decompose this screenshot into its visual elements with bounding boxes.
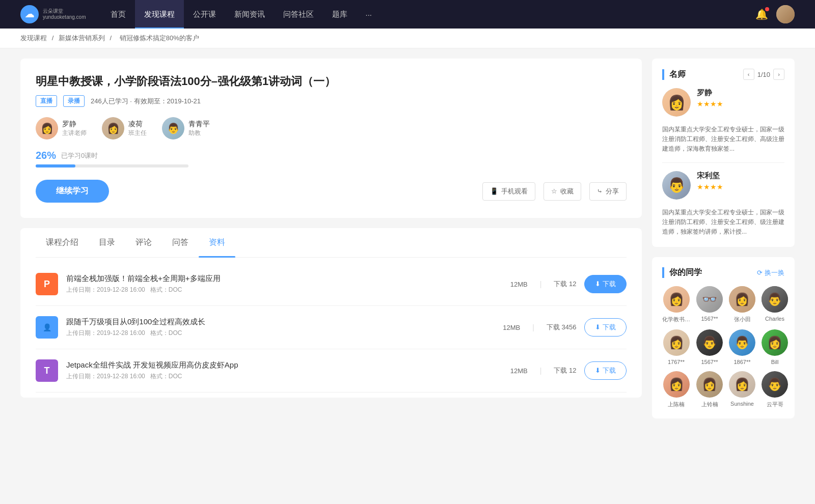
resource-info-3: Jetpack全组件实战 开发短视频应用高仿皮皮虾App 上传日期：2019-1…: [66, 360, 502, 381]
sep-2: |: [532, 323, 534, 331]
resource-downloads-2: 下载 3456: [547, 323, 577, 332]
tab-qa[interactable]: 问答: [162, 228, 199, 257]
tabs-section: 课程介绍 目录 评论 问答 资料 P 前端全栈加强版！前端全栈+全周期+多端应用…: [20, 228, 642, 398]
nav-home[interactable]: 首页: [101, 0, 135, 29]
resource-downloads-1: 下载 12: [554, 279, 576, 289]
sidebar-teacher-1-avatar: 👩: [662, 88, 691, 117]
page-next-btn[interactable]: ›: [773, 69, 784, 80]
classmate-7-avatar[interactable]: 👨: [729, 329, 755, 356]
nav-discover[interactable]: 发现课程: [135, 0, 184, 29]
nav-news[interactable]: 新闻资讯: [225, 0, 274, 29]
download-button-2[interactable]: ⬇ 下载: [584, 318, 627, 337]
classmate-4-avatar[interactable]: 👨: [762, 286, 788, 313]
user-avatar-header[interactable]: [776, 5, 795, 23]
sidebar-teacher-2-stars: ★★★★: [697, 183, 784, 191]
classmates-title: 你的同学: [662, 267, 702, 278]
sidebar-teacher-1-info: 罗静 ★★★★: [697, 88, 784, 117]
resource-info-2: 跟随千万级项目从0到100全过程高效成长 上传日期：2019-12-28 16:…: [66, 317, 495, 338]
logo-text: 云朵课堂 yunduoketang.com: [43, 8, 86, 20]
progress-section: 26% 已学习0课时: [36, 150, 627, 167]
tab-catalog[interactable]: 目录: [89, 228, 125, 257]
teacher-1: 👩 罗静 主讲老师: [36, 117, 87, 139]
tab-intro[interactable]: 课程介绍: [36, 228, 89, 257]
breadcrumb-series[interactable]: 新媒体营销系列: [59, 34, 105, 42]
classmate-6-name: 1567**: [701, 359, 718, 365]
resource-meta-3: 上传日期：2019-12-28 16:00 格式：DOC: [66, 372, 502, 381]
teachers-card-title: 名师: [662, 69, 686, 80]
bell-icon[interactable]: 🔔: [755, 8, 768, 20]
resource-name-1: 前端全栈加强版！前端全栈+全周期+多端应用: [66, 274, 502, 284]
collect-button[interactable]: ☆ 收藏: [544, 182, 581, 201]
star-icon: ☆: [551, 187, 557, 195]
tab-content: P 前端全栈加强版！前端全栈+全周期+多端应用 上传日期：2019-12-28 …: [36, 258, 627, 398]
mobile-view-button[interactable]: 📱 手机观看: [482, 182, 535, 201]
sidebar-teacher-2-name: 宋利坚: [697, 171, 784, 181]
resource-icon-1: P: [36, 273, 58, 295]
classmate-1-avatar[interactable]: 👩: [663, 286, 690, 313]
classmates-grid: 👩 化学教书… 👓 1567** 👩 张小田: [662, 286, 784, 408]
sep-1: |: [540, 280, 542, 288]
resource-item-1: P 前端全栈加强版！前端全栈+全周期+多端应用 上传日期：2019-12-28 …: [36, 263, 627, 306]
resource-list: P 前端全栈加强版！前端全栈+全周期+多端应用 上传日期：2019-12-28 …: [36, 263, 627, 393]
classmate-2-name: 1567**: [701, 316, 718, 322]
classmate-11-name: Sunshine: [730, 401, 754, 407]
resource-size-3: 12MB: [510, 367, 528, 375]
badge-replay: 录播: [63, 95, 85, 107]
teacher-2-info: 凌荷 班主任: [128, 120, 147, 137]
classmate-8-avatar[interactable]: 👩: [762, 329, 788, 356]
classmate-12-avatar[interactable]: 👨: [762, 371, 788, 398]
sidebar: 名师 ‹ 1/10 › 👩 罗静 ★★★★ 国内某重点大学安全工程专业硕士，国家…: [652, 59, 795, 429]
classmates-card: 你的同学 ⟳ 换一换 👩 化学教书… 👓 1567**: [652, 257, 795, 418]
logo-icon: ☁: [20, 5, 39, 23]
resource-name-3: Jetpack全组件实战 开发短视频应用高仿皮皮虾App: [66, 360, 502, 370]
sidebar-teacher-1-desc: 国内某重点大学安全工程专业硕士，国家一级注册消防工程师、注册安全工程师、高级注册…: [662, 125, 784, 154]
classmates-header: 你的同学 ⟳ 换一换: [662, 267, 784, 278]
divider-1: [662, 162, 784, 163]
continue-learning-button[interactable]: 继续学习: [36, 180, 109, 203]
classmate-10: 👩 上铃楠: [696, 371, 723, 408]
nav-exam[interactable]: 题库: [323, 0, 357, 29]
tab-resource[interactable]: 资料: [199, 228, 235, 257]
classmate-6-avatar[interactable]: 👨: [696, 329, 723, 356]
header-right: 🔔: [755, 5, 795, 23]
nav-public[interactable]: 公开课: [184, 0, 225, 29]
download-button-3[interactable]: ⬇ 下载: [584, 361, 627, 380]
teacher-2-role: 班主任: [128, 129, 147, 137]
breadcrumb-discover[interactable]: 发现课程: [20, 34, 47, 42]
page-current: 1/10: [757, 71, 770, 78]
course-title: 明星中教授课，小学阶段语法100分–强化级第1讲动词（一）: [36, 74, 627, 89]
page-prev-btn[interactable]: ‹: [743, 69, 754, 80]
progress-bar-bg: [36, 164, 188, 167]
classmate-11: 👩 Sunshine: [729, 371, 755, 408]
breadcrumb-current: 销冠修炼术搞定80%的客户: [120, 34, 199, 42]
resource-size-1: 12MB: [510, 281, 528, 288]
classmate-9-avatar[interactable]: 👩: [663, 371, 690, 398]
classmate-2-avatar[interactable]: 👓: [696, 286, 723, 313]
teacher-3-name: 青青平: [188, 120, 210, 129]
classmate-6: 👨 1567**: [696, 329, 723, 365]
resource-item-3: T Jetpack全组件实战 开发短视频应用高仿皮皮虾App 上传日期：2019…: [36, 349, 627, 393]
badge-live: 直播: [36, 95, 57, 107]
teacher-3-info: 青青平 助教: [188, 120, 210, 137]
teachers-list: 👩 罗静 主讲老师 👩 凌荷 班主任: [36, 117, 627, 139]
classmate-5: 👩 1767**: [662, 329, 690, 365]
teacher-1-avatar: 👩: [36, 117, 58, 139]
classmate-9: 👩 上陈楠: [662, 371, 690, 408]
classmate-3-avatar[interactable]: 👩: [729, 286, 755, 313]
download-button-1[interactable]: ⬇ 下载: [584, 275, 627, 293]
teachers-card: 名师 ‹ 1/10 › 👩 罗静 ★★★★ 国内某重点大学安全工程专业硕士，国家…: [652, 59, 795, 247]
teacher-3-avatar: 👨: [162, 117, 184, 139]
resource-info-1: 前端全栈加强版！前端全栈+全周期+多端应用 上传日期：2019-12-28 16…: [66, 274, 502, 294]
sidebar-teacher-2-avatar: 👨: [662, 171, 691, 200]
classmate-11-avatar[interactable]: 👩: [729, 371, 755, 398]
tab-review[interactable]: 评论: [125, 228, 162, 257]
classmate-5-avatar[interactable]: 👩: [663, 329, 690, 356]
refresh-classmates-btn[interactable]: ⟳ 换一换: [757, 268, 784, 277]
logo[interactable]: ☁ 云朵课堂 yunduoketang.com: [20, 5, 86, 23]
progress-label: 26% 已学习0课时: [36, 150, 627, 161]
nav-qa[interactable]: 问答社区: [274, 0, 323, 29]
share-button[interactable]: ⤷ 分享: [589, 182, 627, 201]
classmate-10-avatar[interactable]: 👩: [696, 371, 723, 398]
nav-more[interactable]: ···: [357, 0, 382, 29]
notification-dot: [765, 7, 769, 11]
